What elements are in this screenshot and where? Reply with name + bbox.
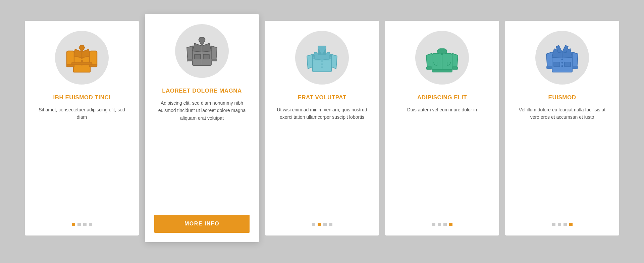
dot-1 xyxy=(552,223,555,226)
svg-rect-49 xyxy=(572,66,578,69)
card-5-dots xyxy=(552,223,573,226)
cards-container: IBH EUISMOD TINCI Sit amet, consectetuer… xyxy=(5,7,639,256)
card-3-title: ERAT VOLUTPAT xyxy=(298,94,346,101)
card-4: ADIPISCING ELIT Duis autem vel eum iriur… xyxy=(385,21,499,235)
svg-rect-47 xyxy=(565,62,571,67)
svg-rect-34 xyxy=(441,53,443,55)
svg-rect-19 xyxy=(187,59,193,61)
dot-3 xyxy=(83,223,87,226)
svg-point-28 xyxy=(321,60,323,62)
card-1: IBH EUISMOD TINCI Sit amet, consectetuer… xyxy=(25,21,139,235)
card-2-footer: MORE INFO xyxy=(154,215,250,233)
more-info-button[interactable]: MORE INFO xyxy=(154,215,250,233)
svg-marker-13 xyxy=(193,43,202,52)
dot-2 xyxy=(318,223,321,226)
dot-4 xyxy=(449,223,452,226)
svg-point-7 xyxy=(81,60,83,62)
svg-marker-14 xyxy=(202,43,211,52)
card-2-icon-circle xyxy=(175,24,229,78)
dot-3 xyxy=(564,223,567,226)
card-4-title: ADIPISCING ELIT xyxy=(417,94,467,101)
denim-jacket-icon xyxy=(305,39,339,76)
svg-rect-10 xyxy=(67,65,74,67)
bomber-jacket-icon xyxy=(425,39,459,76)
dot-1 xyxy=(312,223,315,226)
card-1-title: IBH EUISMOD TINCI xyxy=(53,94,111,101)
svg-rect-18 xyxy=(203,54,209,59)
dot-1 xyxy=(72,223,75,226)
svg-rect-17 xyxy=(195,54,201,59)
dot-4 xyxy=(329,223,332,226)
trench-coat-icon xyxy=(65,39,99,76)
dot-4 xyxy=(89,223,92,226)
svg-rect-26 xyxy=(315,55,320,59)
dot-3 xyxy=(443,223,447,226)
card-2-text: Adipiscing elit, sed diam nonummy nibh e… xyxy=(154,99,250,207)
card-4-footer xyxy=(394,223,490,226)
card-1-text: Sit amet, consectetuer adipiscing elit, … xyxy=(34,106,129,215)
svg-marker-15 xyxy=(199,37,205,46)
card-1-icon-circle xyxy=(55,31,109,85)
svg-rect-11 xyxy=(90,65,97,67)
card-5-title: EUISMOD xyxy=(548,94,576,101)
dot-2 xyxy=(558,223,561,226)
svg-point-30 xyxy=(321,66,323,68)
svg-rect-46 xyxy=(554,62,560,67)
card-2-title: LAOREET DOLORE MAGNA xyxy=(162,87,242,95)
dot-4 xyxy=(569,223,573,226)
card-3-text: Ut wisi enim ad minim veniam, quis nostr… xyxy=(274,106,370,215)
dot-2 xyxy=(438,223,441,226)
card-3-icon-circle xyxy=(295,31,349,85)
svg-rect-20 xyxy=(211,59,217,61)
svg-rect-36 xyxy=(426,67,432,69)
svg-rect-35 xyxy=(432,69,452,72)
card-3-footer xyxy=(274,223,370,226)
blue-jacket-icon xyxy=(545,39,579,76)
card-5-footer xyxy=(515,223,610,226)
svg-rect-9 xyxy=(72,63,92,65)
card-3-dots xyxy=(312,223,332,226)
card-5: EUISMOD Vel illum dolore eu feugiat null… xyxy=(505,21,619,235)
card-4-text: Duis autem vel eum iriure dolor in xyxy=(407,106,477,215)
card-1-footer xyxy=(34,223,129,226)
leather-jacket-icon xyxy=(185,33,219,69)
card-5-text: Vel illum dolore eu feugiat nulla facili… xyxy=(515,106,610,215)
card-5-icon-circle xyxy=(535,31,589,85)
card-2: LAOREET DOLORE MAGNA Adipiscing elit, se… xyxy=(145,14,259,242)
dot-3 xyxy=(323,223,327,226)
svg-point-45 xyxy=(561,65,563,67)
svg-point-6 xyxy=(81,57,83,58)
svg-rect-37 xyxy=(452,67,458,69)
card-1-dots xyxy=(72,223,92,226)
svg-point-44 xyxy=(561,62,563,64)
svg-rect-32 xyxy=(437,49,447,54)
dot-1 xyxy=(432,223,435,226)
svg-rect-48 xyxy=(546,66,552,69)
card-4-icon-circle xyxy=(415,31,469,85)
card-3: ERAT VOLUTPAT Ut wisi enim ad minim veni… xyxy=(265,21,379,235)
svg-point-43 xyxy=(561,59,563,60)
card-4-dots xyxy=(432,223,452,226)
svg-point-29 xyxy=(321,63,323,65)
dot-2 xyxy=(77,223,81,226)
svg-rect-27 xyxy=(324,55,329,59)
